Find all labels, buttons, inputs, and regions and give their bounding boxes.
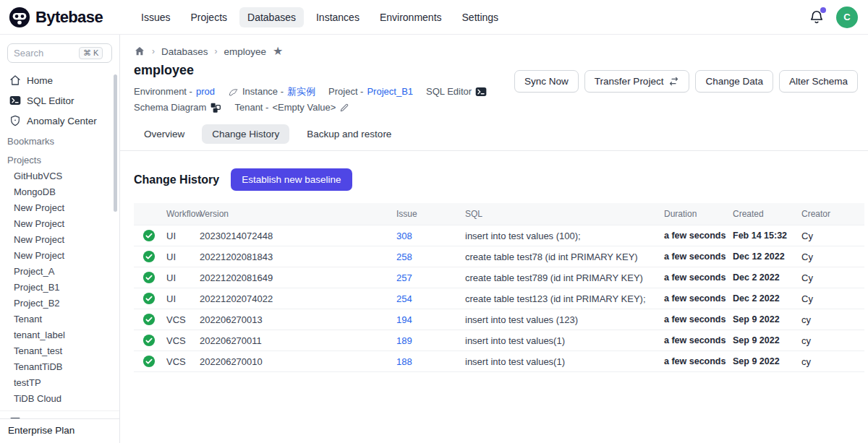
notifications-button[interactable] xyxy=(809,9,825,25)
transfer-project-button[interactable]: Transfer Project xyxy=(584,70,690,93)
column-header-created: Created xyxy=(727,203,796,225)
nav-item-issues[interactable]: Issues xyxy=(133,7,178,27)
table-row[interactable]: UI20230214072448308insert into test valu… xyxy=(134,225,864,246)
breadcrumb-item-databases[interactable]: Databases xyxy=(161,46,208,57)
edit-pencil-icon[interactable] xyxy=(339,103,349,113)
sidebar-project-new-project[interactable]: New Project xyxy=(0,200,119,216)
nav-item-projects[interactable]: Projects xyxy=(182,7,235,27)
sql-cell: create table test789 (id int PRIMARY KEY… xyxy=(459,267,658,288)
topnav-right: C xyxy=(809,7,858,28)
sql-cell: insert into test values (123) xyxy=(459,309,658,330)
created-cell: Feb 14 15:32 xyxy=(727,225,796,246)
sidebar-item-home[interactable]: Home xyxy=(0,70,119,90)
schema-diagram-shortcut[interactable]: Schema Diagram xyxy=(134,100,221,116)
breadcrumb-separator: › xyxy=(152,46,155,56)
top-navigation: Bytebase IssuesProjectsDatabasesInstance… xyxy=(0,0,868,35)
search-box[interactable]: ⌘ K xyxy=(7,43,112,63)
sidebar-section-projects: Projects xyxy=(0,150,119,168)
sidebar-project-project-b1[interactable]: Project_B1 xyxy=(0,280,119,296)
sync-now-button[interactable]: Sync Now xyxy=(514,70,579,93)
sidebar-project-new-project[interactable]: New Project xyxy=(0,248,119,264)
column-header-issue: Issue xyxy=(391,203,459,225)
home-icon[interactable] xyxy=(134,46,145,57)
issue-link[interactable]: 258 xyxy=(396,251,412,262)
tab-bar: OverviewChange HistoryBackup and restore xyxy=(120,124,868,151)
tab-backup-and-restore[interactable]: Backup and restore xyxy=(297,124,401,144)
breadcrumb-item-employee[interactable]: employee xyxy=(224,46,267,57)
success-check-icon xyxy=(142,292,155,305)
sidebar-item-sql-editor[interactable]: SQL Editor xyxy=(0,90,119,111)
issue-link[interactable]: 189 xyxy=(396,335,412,346)
nav-item-environments[interactable]: Environments xyxy=(372,7,450,27)
tenant-label: Tenant - xyxy=(234,100,268,116)
issue-link[interactable]: 254 xyxy=(396,293,412,304)
tab-change-history[interactable]: Change History xyxy=(202,124,289,144)
table-row[interactable]: UI20221202081843258create table test78 (… xyxy=(134,246,864,267)
table-row[interactable]: VCS202206270013194insert into test value… xyxy=(134,309,864,330)
database-meta: Environment - prod Instance - 新实例 xyxy=(134,84,514,116)
sidebar-project-tenanttidb[interactable]: TenantTiDB xyxy=(0,359,119,375)
nav-item-settings[interactable]: Settings xyxy=(454,7,507,27)
issue-link[interactable]: 257 xyxy=(396,272,412,283)
sidebar-section-bookmarks: Bookmarks xyxy=(0,131,119,150)
brand[interactable]: Bytebase xyxy=(9,7,123,28)
version-cell: 20221202081649 xyxy=(194,267,391,288)
sidebar-project-project-b2[interactable]: Project_B2 xyxy=(0,296,119,311)
success-check-icon xyxy=(142,355,155,368)
duration-cell: a few seconds xyxy=(658,288,727,309)
sidebar-project-new-project[interactable]: New Project xyxy=(0,232,119,248)
nav-item-databases[interactable]: Databases xyxy=(239,7,304,27)
creator-cell: cy xyxy=(796,309,864,330)
issue-link[interactable]: 188 xyxy=(396,356,412,367)
issue-link[interactable]: 308 xyxy=(396,231,412,241)
terminal-icon xyxy=(9,95,21,106)
alter-schema-button[interactable]: Alter Schema xyxy=(779,70,858,93)
creator-cell: Cy xyxy=(796,267,864,288)
table-row[interactable]: VCS202206270011189insert into test value… xyxy=(134,330,864,351)
workflow-cell: VCS xyxy=(161,351,194,372)
sidebar-project-tenant-test[interactable]: Tenant_test xyxy=(0,343,119,359)
sidebar-project-new-project[interactable]: New Project xyxy=(0,216,119,232)
sql-cell: create table test123 (id int PRIMARY KEY… xyxy=(459,288,658,309)
sql-editor-shortcut[interactable]: SQL Editor xyxy=(426,84,487,100)
sidebar-project-githubvcs[interactable]: GitHubVCS xyxy=(0,168,119,184)
sidebar-project-tenant-label[interactable]: tenant_label xyxy=(0,327,119,343)
sql-cell: create table test78 (id int PRIMARY KEY) xyxy=(459,246,658,267)
page-header: employee Environment - prod xyxy=(120,57,868,116)
sidebar-project-tidb-cloud[interactable]: TiDB Cloud xyxy=(0,391,119,407)
favorite-star-icon[interactable]: ★ xyxy=(273,46,283,57)
created-cell: Dec 2 2022 xyxy=(727,288,796,309)
tenant-value: <Empty Value> xyxy=(272,100,336,116)
sidebar-project-mongodb[interactable]: MongoDB xyxy=(0,184,119,200)
table-row[interactable]: VCS202206270010188insert into test value… xyxy=(134,351,864,372)
version-cell: 202206270013 xyxy=(194,309,391,330)
creator-cell: Cy xyxy=(796,288,864,309)
table-row[interactable]: UI20221202074022254create table test123 … xyxy=(134,288,864,309)
column-header-workflow: Workflow xyxy=(161,203,194,225)
issue-link[interactable]: 194 xyxy=(396,314,412,325)
project-link[interactable]: Project_B1 xyxy=(367,84,413,100)
avatar[interactable]: C xyxy=(836,7,858,28)
sidebar-project-testtp[interactable]: testTP xyxy=(0,375,119,391)
duration-cell: a few seconds xyxy=(658,351,727,372)
app-shell: ⌘ K HomeSQL EditorAnomaly Center Bookmar… xyxy=(0,35,868,443)
sidebar-item-anomaly-center[interactable]: Anomaly Center xyxy=(0,111,119,131)
environment-link[interactable]: prod xyxy=(196,84,215,100)
plan-label[interactable]: Enterprise Plan xyxy=(0,418,119,443)
workflow-cell: VCS xyxy=(161,330,194,351)
tab-overview[interactable]: Overview xyxy=(134,124,195,144)
version-cell: 202206270010 xyxy=(194,351,391,372)
sidebar-project-tenant[interactable]: Tenant xyxy=(0,311,119,327)
instance-link[interactable]: 新实例 xyxy=(287,84,315,100)
duration-cell: a few seconds xyxy=(658,330,727,351)
sidebar-scrollbar[interactable] xyxy=(114,74,117,212)
establish-baseline-button[interactable]: Establish new baseline xyxy=(231,168,352,191)
nav-item-instances[interactable]: Instances xyxy=(308,7,367,27)
table-row[interactable]: UI20221202081649257create table test789 … xyxy=(134,267,864,288)
sidebar-project-project-a[interactable]: Project_A xyxy=(0,264,119,280)
engine-icon xyxy=(228,87,239,98)
main-panel: › Databases › employee ★ employee Enviro… xyxy=(120,35,868,443)
change-data-button[interactable]: Change Data xyxy=(695,70,773,93)
action-buttons: Sync NowTransfer ProjectChange DataAlter… xyxy=(514,70,858,93)
search-input[interactable] xyxy=(14,48,76,59)
